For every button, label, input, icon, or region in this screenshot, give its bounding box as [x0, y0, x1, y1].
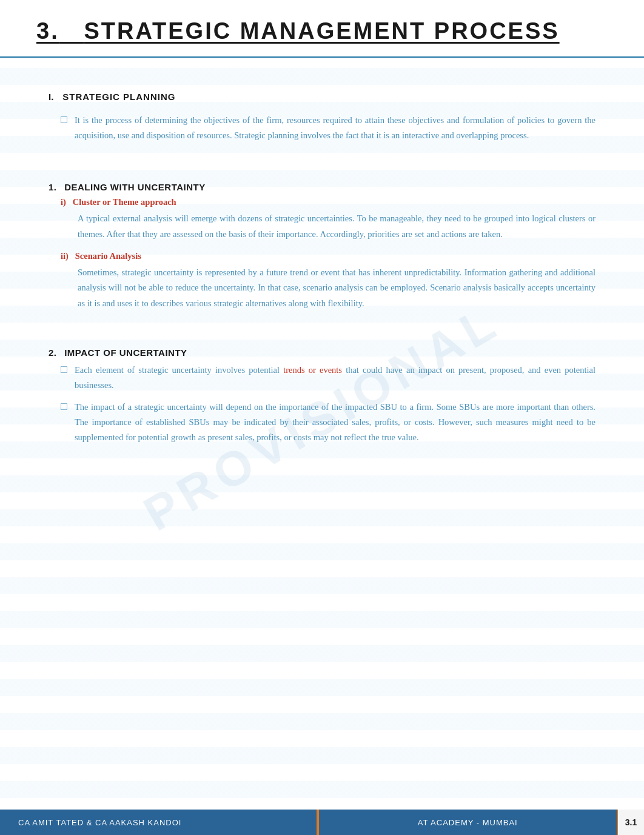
sub-item-scenario: ii) Scenario Analysis Sometimes, strateg…: [61, 251, 595, 311]
sub-item-ii-label: ii): [61, 251, 69, 261]
section-2-title-text: IMPACT OF UNCERTAINTY: [64, 347, 187, 358]
page: 3. STRATEGIC MANAGEMENT PROCESS PROVISIO…: [0, 0, 644, 835]
title-number: 3.: [36, 18, 59, 44]
spacer-2: [49, 320, 595, 332]
section-dealing-uncertainty: 1. DEALING WITH UNCERTAINTY i) Cluster o…: [49, 182, 595, 311]
section-1-title-text: DEALING WITH UNCERTAINTY: [64, 182, 206, 192]
footer-left: CA AMIT TATED & CA AAKASH KANDOI: [0, 810, 317, 835]
sub-item-i-label: i): [61, 197, 66, 207]
page-title: 3. STRATEGIC MANAGEMENT PROCESS: [36, 18, 608, 44]
sub-item-ii-header: ii) Scenario Analysis: [61, 251, 595, 261]
section-I-text: It is the process of determining the obj…: [75, 113, 595, 143]
footer: CA AMIT TATED & CA AAKASH KANDOI AT ACAD…: [0, 810, 644, 835]
section-2-title-row: 2. IMPACT OF UNCERTAINTY: [49, 347, 595, 358]
sub-item-ii-text: Sometimes, strategic uncertainty is repr…: [78, 265, 595, 311]
footer-page-number: 3.1: [617, 810, 644, 835]
section-impact-uncertainty: 2. IMPACT OF UNCERTAINTY □ Each element …: [49, 347, 595, 444]
bullet-icon-3: □: [61, 400, 67, 413]
footer-authors: CA AMIT TATED & CA AAKASH KANDOI: [18, 818, 181, 827]
section-1-number: 1.: [49, 182, 57, 192]
bullet-icon-2: □: [61, 363, 67, 376]
sub-item-i-header: i) Cluster or Theme approach: [61, 197, 595, 207]
sub-item-i-heading: Cluster or Theme approach: [73, 197, 176, 207]
sub-item-cluster: i) Cluster or Theme approach A typical e…: [61, 197, 595, 242]
section-2-bullet-2-text: The impact of a strategic uncertainty wi…: [75, 400, 595, 444]
section-I-bullet: □ It is the process of determining the o…: [61, 113, 595, 143]
body-content: PROVISIONAL I. STRATEGIC PLANNING □ It i…: [0, 58, 644, 810]
section-2-number: 2.: [49, 347, 57, 358]
section-1-title-row: 1. DEALING WITH UNCERTAINTY: [49, 182, 595, 192]
section-strategic-planning: I. STRATEGIC PLANNING □ It is the proces…: [49, 92, 595, 143]
section-2-bullet-2: □ The impact of a strategic uncertainty …: [61, 400, 595, 444]
section-I-title: STRATEGIC PLANNING: [62, 92, 175, 102]
bullet-icon-1: □: [61, 113, 67, 126]
footer-right: AT ACADEMY - MUMBAI: [319, 810, 617, 835]
footer-academy: AT ACADEMY - MUMBAI: [418, 818, 518, 827]
title-text: STRATEGIC MANAGEMENT PROCESS: [84, 18, 559, 44]
section-2-bullet-1: □ Each element of strategic uncertainty …: [61, 363, 595, 392]
sub-item-ii-heading: Scenario Analysis: [75, 251, 141, 261]
sub-item-i-text: A typical external analysis will emerge …: [78, 211, 595, 242]
section-I-header: I. STRATEGIC PLANNING: [49, 92, 595, 108]
spacer-1: [49, 155, 595, 167]
main-content: 3. STRATEGIC MANAGEMENT PROCESS PROVISIO…: [0, 0, 644, 835]
bullet-1-highlight: trends or events: [283, 365, 342, 375]
section-2-bullet-1-text: Each element of strategic uncertainty in…: [75, 363, 595, 392]
roman-numeral-I: I.: [49, 92, 53, 102]
title-section: 3. STRATEGIC MANAGEMENT PROCESS: [0, 0, 644, 58]
bullet-1-start: Each element of strategic uncertainty in…: [75, 365, 283, 375]
